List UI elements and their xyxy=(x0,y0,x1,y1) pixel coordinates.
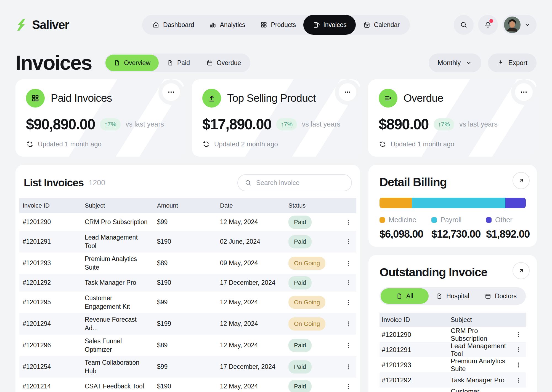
search-icon xyxy=(245,179,252,186)
invoice-id: #1201291 xyxy=(382,346,451,354)
user-menu[interactable] xyxy=(502,15,537,35)
outstanding-tab-doctors[interactable]: Doctors xyxy=(477,288,525,304)
invoice-amount: $99 xyxy=(156,216,219,229)
invoice-amount: $89 xyxy=(156,257,219,270)
open-outstanding-button[interactable] xyxy=(513,262,530,279)
column-header: Date xyxy=(219,199,288,212)
invoice-subject: Sales Funnel Optimizer xyxy=(84,335,156,356)
invoice-id: #1201295 xyxy=(22,296,84,309)
stat-title: Top Selling Product xyxy=(227,92,316,104)
invoice-id: #1201291 xyxy=(22,235,84,248)
invoice-amount: $89 xyxy=(156,339,219,352)
row-menu-button[interactable] xyxy=(341,260,354,267)
export-label: Export xyxy=(508,59,527,67)
outstanding-tab-all[interactable]: All xyxy=(381,288,429,304)
right-column: Detail Billing MedicinePayrollOther $6,0… xyxy=(368,165,537,392)
updated-label: Updated 1 month ago xyxy=(391,140,454,148)
invoice-count: 1200 xyxy=(89,179,105,187)
avatar xyxy=(504,17,521,33)
arrow-up-right-icon xyxy=(518,177,525,184)
invoice-subject: Task Manager Pro xyxy=(84,276,156,289)
row-menu-button[interactable] xyxy=(341,363,354,370)
topbar: Saliver Dashboard Analytics Products xyxy=(15,15,537,35)
open-detail-billing-button[interactable] xyxy=(513,172,530,189)
row-menu-button[interactable] xyxy=(341,238,354,245)
row-menu-button[interactable] xyxy=(514,346,524,353)
nav-item-invoices[interactable]: Invoices xyxy=(303,15,355,35)
row-menu-button[interactable] xyxy=(341,342,354,349)
nav-item-analytics[interactable]: Analytics xyxy=(202,15,253,35)
card-menu-button[interactable] xyxy=(515,83,533,101)
legend-item: Medicine xyxy=(380,216,431,224)
nav-item-products[interactable]: Products xyxy=(253,15,304,35)
tab-overview[interactable]: Overview xyxy=(105,55,159,71)
invoice-subject: Team Collaboration Hub xyxy=(84,356,156,378)
period-select[interactable]: Monthly xyxy=(429,53,481,72)
row-menu-button[interactable] xyxy=(341,383,354,390)
compare-label: vs last years xyxy=(126,120,164,128)
column-header: Subject xyxy=(451,316,514,324)
status-badge: Paid xyxy=(288,216,312,229)
nav-label: Analytics xyxy=(220,21,245,29)
document-icon xyxy=(114,60,120,66)
card-menu-button[interactable] xyxy=(339,83,356,101)
invoice-id: #1201293 xyxy=(382,361,451,369)
legend-dot xyxy=(486,217,492,223)
invoice-id: #1201290 xyxy=(382,331,451,339)
invoice-id: #1201293 xyxy=(22,257,84,270)
table-row: #1201295Customer Engagement Kit$9912 May… xyxy=(19,292,356,313)
billing-legend: MedicinePayrollOther xyxy=(380,216,526,224)
outstanding-table-body: #1201290CRM Pro Subscription#1201291Lead… xyxy=(380,327,526,392)
notifications-button[interactable] xyxy=(478,15,498,35)
row-menu-button[interactable] xyxy=(341,299,354,306)
compare-label: vs last years xyxy=(459,120,498,128)
stat-card-paid-invoices: Paid Invoices $90,890.00 ↑7% vs last yea… xyxy=(15,79,184,157)
bar-segment xyxy=(505,198,526,208)
outstanding-tab-hospital[interactable]: Hospital xyxy=(429,288,477,304)
table-row: #1201291Lead Management Tool$19002 June,… xyxy=(19,231,356,253)
search-icon xyxy=(460,21,468,29)
row-menu-button[interactable] xyxy=(514,377,524,384)
tab-label: Hospital xyxy=(446,292,469,300)
export-button[interactable]: Export xyxy=(488,53,537,72)
invoice-subject: CRM Pro Subscription xyxy=(84,216,156,229)
card-menu-button[interactable] xyxy=(162,83,180,101)
row-menu-button[interactable] xyxy=(341,320,354,327)
bar-chart-icon xyxy=(209,21,216,28)
period-label: Monthly xyxy=(438,59,461,67)
updated-label: Updated 2 month ago xyxy=(214,140,278,148)
nav-item-calendar[interactable]: Calendar xyxy=(356,15,407,35)
invoice-id: #1201290 xyxy=(22,216,84,229)
tab-label: Overdue xyxy=(217,59,241,67)
invoice-date: 17 December, 2024 xyxy=(219,276,288,289)
nav-item-dashboard[interactable]: Dashboard xyxy=(145,15,202,35)
grid-icon xyxy=(260,21,267,28)
invoice-id: #1201214 xyxy=(22,380,84,392)
legend-item: Payroll xyxy=(431,216,486,224)
row-menu-button[interactable] xyxy=(341,279,354,286)
row-menu-button[interactable] xyxy=(514,331,524,338)
billing-amount: $12,730.00 xyxy=(431,228,486,240)
table-row: #1201214CSAT Feedback Tool$19012 May, 20… xyxy=(19,378,356,392)
table-row: #1201294Revenue Forecast Ad...$19912 May… xyxy=(19,313,356,335)
search-button[interactable] xyxy=(454,15,474,35)
tab-overdue[interactable]: Overdue xyxy=(198,55,249,71)
document-arrow-icon xyxy=(436,293,443,299)
invoice-tabs: Overview Paid Overdue xyxy=(104,53,250,72)
invoices-page: Saliver Dashboard Analytics Products xyxy=(0,0,552,392)
legend-dot xyxy=(431,217,437,223)
delta-badge: ↑7% xyxy=(100,118,121,130)
main-nav: Dashboard Analytics Products Invoices xyxy=(142,15,410,35)
status-badge: Paid xyxy=(288,339,312,352)
tab-paid[interactable]: Paid xyxy=(159,55,198,71)
updated-label: Updated 1 month ago xyxy=(38,140,102,148)
search-invoice-field[interactable] xyxy=(237,174,352,191)
stat-card-overdue: Overdue $890.00 ↑7% vs last years Update… xyxy=(368,79,537,157)
tab-label: Overview xyxy=(124,59,150,67)
list-invoices-card: List Invoices 1200 Invoice ID Subject Am… xyxy=(15,165,360,392)
row-menu-button[interactable] xyxy=(514,361,524,369)
search-invoice-input[interactable] xyxy=(256,179,345,187)
row-menu-button[interactable] xyxy=(341,219,354,226)
compare-label: vs last years xyxy=(302,120,340,128)
nav-label: Invoices xyxy=(323,21,346,29)
